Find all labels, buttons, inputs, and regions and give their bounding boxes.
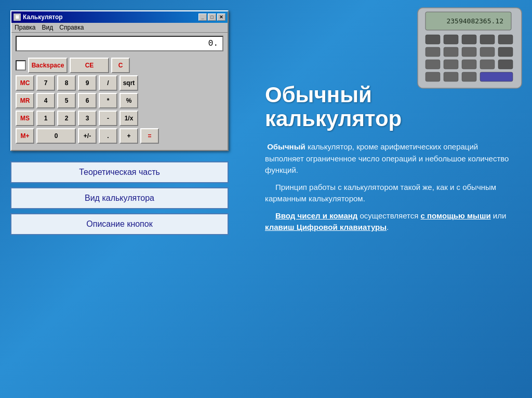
svg-rect-10 [462, 47, 476, 57]
mc-button[interactable]: MC [16, 75, 34, 91]
menu-edit[interactable]: Правка [15, 24, 36, 31]
calc-display: 0. [16, 36, 223, 51]
left-panel: 🖩 Калькулятор _ □ ✕ Правка Вид Справка 0… [0, 0, 255, 398]
paragraph-3: Ввод чисел и команд осуществляется с пом… [265, 210, 516, 234]
svg-rect-12 [498, 47, 513, 57]
svg-text:23594082365.12: 23594082365.12 [446, 17, 503, 25]
nav-buttons: Теоретическая часть Вид калькулятора Опи… [10, 161, 229, 235]
mplus-button[interactable]: M+ [16, 128, 34, 144]
reciprocal-button[interactable]: 1/x [119, 111, 138, 126]
svg-rect-13 [425, 60, 440, 69]
ce-button[interactable]: CE [70, 58, 109, 73]
minimize-button[interactable]: _ [198, 13, 207, 21]
title-icon: 🖩 [14, 13, 21, 21]
svg-rect-17 [498, 60, 513, 69]
button-row-1: Backspace CE C [16, 58, 223, 73]
btn-6[interactable]: 6 [78, 93, 97, 108]
svg-rect-16 [480, 60, 495, 69]
svg-rect-3 [425, 35, 440, 44]
mr-button[interactable]: MR [16, 93, 34, 108]
maximize-button[interactable]: □ [208, 13, 216, 21]
button-row-5: M+ 0 +/- . + = [16, 128, 223, 144]
display-area: 0. [11, 33, 228, 54]
title-line1: Обычный [265, 83, 372, 107]
sqrt-button[interactable]: sqrt [119, 75, 138, 91]
menu-view[interactable]: Вид [42, 24, 54, 31]
title-left: 🖩 Калькулятор [14, 13, 63, 21]
svg-rect-19 [444, 72, 458, 81]
menu-help[interactable]: Справка [59, 24, 84, 31]
btn-8[interactable]: 8 [57, 75, 76, 91]
title-buttons: _ □ ✕ [198, 13, 225, 21]
btn-7[interactable]: 7 [36, 75, 55, 91]
paragraph-1: Обычный калькулятор, кроме арифметически… [265, 141, 516, 176]
btn-0[interactable]: 0 [36, 128, 76, 144]
percent-button[interactable]: % [119, 93, 138, 108]
svg-rect-5 [462, 35, 476, 44]
svg-rect-18 [425, 72, 440, 81]
button-row-3: MR 4 5 6 * % [16, 93, 223, 108]
svg-rect-15 [462, 60, 476, 69]
svg-rect-21 [480, 72, 513, 81]
menubar: Правка Вид Справка [11, 23, 228, 33]
svg-rect-7 [498, 35, 513, 44]
btn-1[interactable]: 1 [36, 111, 55, 126]
link-mouse[interactable]: с помощью мыши [421, 211, 491, 220]
svg-rect-9 [444, 47, 458, 57]
calc-body: Backspace CE C MC 7 8 9 / sqrt MR 4 5 6 … [11, 54, 228, 150]
equals-button[interactable]: = [140, 128, 159, 144]
c-button[interactable]: C [111, 58, 130, 73]
nav-btn-view[interactable]: Вид калькулятора [10, 187, 229, 209]
subtract-button[interactable]: - [99, 111, 117, 126]
paragraph-2: Принцип работы с калькулятором такой же,… [265, 182, 516, 205]
link-input[interactable]: Ввод чисел и команд [275, 211, 357, 220]
ms-button[interactable]: MS [16, 111, 34, 126]
physical-calculator-image: 23594082365.12 [413, 3, 527, 91]
backspace-button[interactable]: Backspace [28, 58, 68, 73]
checkbox[interactable] [16, 60, 26, 71]
bold-word-1: Обычный [267, 142, 305, 151]
title-line2: калькулятор [265, 106, 402, 131]
button-row-2: MC 7 8 9 / sqrt [16, 75, 223, 91]
close-button[interactable]: ✕ [217, 13, 225, 21]
titlebar: 🖩 Калькулятор _ □ ✕ [11, 11, 228, 23]
svg-rect-6 [480, 35, 495, 44]
button-row-4: MS 1 2 3 - 1/x [16, 111, 223, 126]
negate-button[interactable]: +/- [78, 128, 97, 144]
svg-rect-11 [480, 47, 495, 57]
display-value: 0. [208, 39, 218, 48]
link-keyboard[interactable]: клавиш Цифровой клавиатуры [265, 223, 387, 231]
svg-rect-8 [425, 47, 440, 57]
svg-rect-4 [444, 35, 458, 44]
nav-btn-theory[interactable]: Теоретическая часть [10, 161, 229, 183]
btn-3[interactable]: 3 [78, 111, 97, 126]
decimal-button[interactable]: . [99, 128, 117, 144]
right-panel: 23594082365.12 [255, 0, 532, 398]
add-button[interactable]: + [119, 128, 138, 144]
svg-rect-20 [462, 72, 476, 81]
multiply-button[interactable]: * [99, 93, 117, 108]
svg-rect-14 [444, 60, 458, 69]
btn-5[interactable]: 5 [57, 93, 76, 108]
window-title: Калькулятор [23, 13, 63, 21]
btn-4[interactable]: 4 [36, 93, 55, 108]
divide-button[interactable]: / [99, 75, 117, 91]
calculator-window: 🖩 Калькулятор _ □ ✕ Правка Вид Справка 0… [10, 10, 229, 151]
btn-9[interactable]: 9 [78, 75, 97, 91]
nav-btn-description[interactable]: Описание кнопок [10, 213, 229, 235]
btn-2[interactable]: 2 [57, 111, 76, 126]
